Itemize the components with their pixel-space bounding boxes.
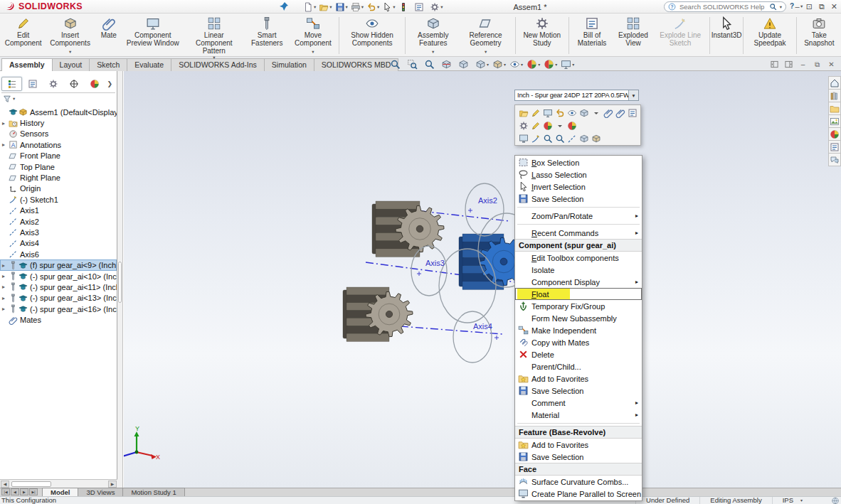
expand-arrow-icon[interactable] [2, 260, 9, 271]
tree-item[interactable]: (-) spur gear_ai<13> (Inch - Sp [0, 293, 117, 304]
context-menu-item[interactable]: Lasso Selection ▸ [515, 168, 642, 181]
tree-item[interactable]: (-) spur gear_ai<10> (Inch - Sp [0, 271, 117, 282]
view-tool-button[interactable]: ▾ [491, 59, 507, 70]
tree-item[interactable]: (-) spur gear_ai<16> (Inch - Sp [0, 304, 117, 314]
menubar-menu[interactable] [124, 0, 137, 14]
context-toolbar-button[interactable] [590, 107, 602, 119]
filter-dropdown-arrow-icon[interactable]: ▾ [13, 96, 15, 102]
tree-vertical-scrollbar[interactable] [117, 71, 123, 488]
context-toolbar-button[interactable] [517, 133, 529, 144]
dropdown-arrow-icon[interactable]: ▾ [538, 62, 540, 67]
view-tool-button[interactable]: ▾ [542, 59, 559, 70]
maximize-button[interactable]: ⊡ [806, 1, 813, 11]
quick-access-button[interactable]: ▾ [428, 1, 444, 13]
tree-item[interactable]: (f) spur gear_ai<9> (Inch - Spu [0, 259, 117, 270]
dropdown-arrow-icon[interactable]: ▾ [312, 49, 314, 56]
task-pane-button[interactable] [828, 102, 841, 115]
panel-expand-chevron-icon[interactable]: ❯ [107, 80, 112, 87]
expand-arrow-icon[interactable] [2, 282, 9, 292]
doc-close-button[interactable]: ✕ [827, 60, 835, 68]
close-button[interactable]: ✕ [831, 1, 837, 11]
context-menu-item[interactable]: Float ▸ [515, 288, 642, 300]
ribbon-button[interactable]: Edit Component ▾ [1, 15, 45, 56]
context-menu-item[interactable]: Isolate ▸ [515, 264, 642, 276]
view-tool-button[interactable]: ▾ [508, 59, 524, 70]
prev-tab-icon[interactable]: ◀ [11, 488, 19, 495]
context-menu-item[interactable]: Zoom/Pan/Rotate ▸ [515, 210, 642, 222]
scrollbar-thumb[interactable] [11, 481, 51, 487]
quick-access-button[interactable]: ▾ [365, 1, 381, 13]
ribbon-button[interactable]: Linear Component Pattern ▾ [184, 15, 245, 56]
menubar-menu[interactable] [149, 0, 162, 14]
context-toolbar-button[interactable] [566, 107, 578, 119]
context-menu-item[interactable]: Save Selection ▸ [515, 193, 642, 205]
context-menu-item[interactable]: Parent/Child... ▸ [515, 360, 642, 372]
ribbon-button[interactable]: Update Speedpak ▾ [746, 15, 793, 56]
dropdown-arrow-icon[interactable]: ▾ [432, 49, 434, 56]
context-menu-item[interactable]: Save Selection ▸ [515, 451, 642, 463]
status-units[interactable]: IPS [783, 497, 793, 504]
panel-tab[interactable] [84, 77, 105, 91]
ribbon-button[interactable]: ▾ [568, 17, 569, 54]
minimize-button[interactable]: – [795, 1, 800, 11]
tree-item[interactable]: Axis3 [0, 227, 117, 237]
ribbon-button[interactable]: Insert Components ▾ [45, 15, 95, 56]
viewport-canvas[interactable]: Axis2Axis3Axis4YXZ [124, 71, 841, 488]
context-toolbar-button[interactable] [578, 107, 590, 119]
menubar-menu[interactable] [85, 0, 98, 14]
context-toolbar-button[interactable] [517, 120, 529, 132]
context-toolbar-button[interactable] [602, 107, 614, 119]
context-menu-item[interactable]: Form New Subassembly ▸ [515, 312, 642, 324]
tree-item[interactable]: Right Plane [0, 172, 117, 183]
ribbon-button[interactable]: ▾ [709, 17, 710, 54]
context-menu-item[interactable]: Recent Commands ▸ [515, 227, 642, 239]
command-tab[interactable]: SOLIDWORKS MBD [314, 58, 398, 71]
context-toolbar-button[interactable] [541, 107, 554, 119]
quick-access-button[interactable]: ▾ [413, 1, 428, 13]
task-pane-button[interactable] [828, 114, 841, 128]
menubar-menu[interactable] [111, 0, 124, 14]
quick-access-button[interactable]: ▾ [349, 1, 365, 13]
context-toolbar-button[interactable] [554, 107, 566, 119]
ribbon-button[interactable]: Mate ▾ [95, 15, 122, 56]
context-toolbar-button[interactable] [541, 120, 554, 132]
panel-tab[interactable] [1, 77, 22, 91]
quick-access-button[interactable]: ▾ [334, 1, 349, 13]
context-menu-item[interactable]: Feature (Base-Revolve) ▸ [515, 426, 642, 439]
menubar-menu[interactable] [137, 0, 149, 14]
tree-item[interactable]: Front Plane [0, 151, 117, 161]
dropdown-arrow-icon[interactable]: ▾ [69, 49, 71, 56]
view-tool-button[interactable]: ▾ [525, 59, 541, 70]
ribbon-button[interactable]: Smart Fasteners ▾ [245, 15, 290, 56]
ribbon-button[interactable]: Show Hidden Components ▾ [342, 15, 403, 56]
help-search-input[interactable] [678, 2, 767, 11]
view-tool-button[interactable]: ▾ [388, 59, 405, 70]
quick-access-button[interactable]: ▾ [381, 1, 396, 13]
context-menu-item[interactable]: Make Independent ▸ [515, 324, 642, 336]
scroll-right-icon[interactable]: ▶ [108, 481, 117, 488]
expand-arrow-icon[interactable] [2, 118, 9, 129]
dropdown-arrow-icon[interactable]: ▾ [377, 4, 379, 10]
context-toolbar-button[interactable] [554, 133, 566, 144]
pane-right-icon[interactable] [785, 60, 793, 68]
tree-item[interactable]: Axis2 [0, 216, 117, 227]
motion-tab[interactable]: Model [42, 488, 78, 496]
ribbon-button[interactable]: New Motion Study ▾ [518, 15, 566, 56]
cascade-button[interactable]: ⧉ [819, 1, 825, 11]
ribbon-button[interactable]: Explode Line Sketch ▾ [654, 15, 707, 56]
dropdown-arrow-icon[interactable]: ▾ [504, 62, 506, 67]
context-menu-item[interactable]: Add to Favorites ▸ [515, 439, 642, 451]
command-tab[interactable]: Layout [52, 58, 90, 71]
command-tab[interactable]: Sketch [89, 58, 127, 71]
ribbon-button[interactable]: Bill of Materials ▾ [571, 15, 613, 56]
command-tab[interactable]: SOLIDWORKS Add-Ins [171, 58, 265, 71]
context-menu-item[interactable]: Create Plane Parallel to Screen ▸ [515, 488, 642, 500]
context-toolbar-button[interactable] [566, 133, 578, 144]
ribbon-button[interactable]: Instant3D ▾ [712, 15, 741, 56]
first-tab-icon[interactable]: |◀ [1, 488, 10, 495]
view-tool-button[interactable]: ▾ [423, 59, 439, 70]
context-menu-item[interactable]: Invert Selection ▸ [515, 181, 642, 193]
task-pane-button[interactable] [828, 127, 841, 141]
tree-item[interactable]: Origin [0, 183, 117, 194]
view-tool-button[interactable]: ▾ [474, 59, 490, 70]
